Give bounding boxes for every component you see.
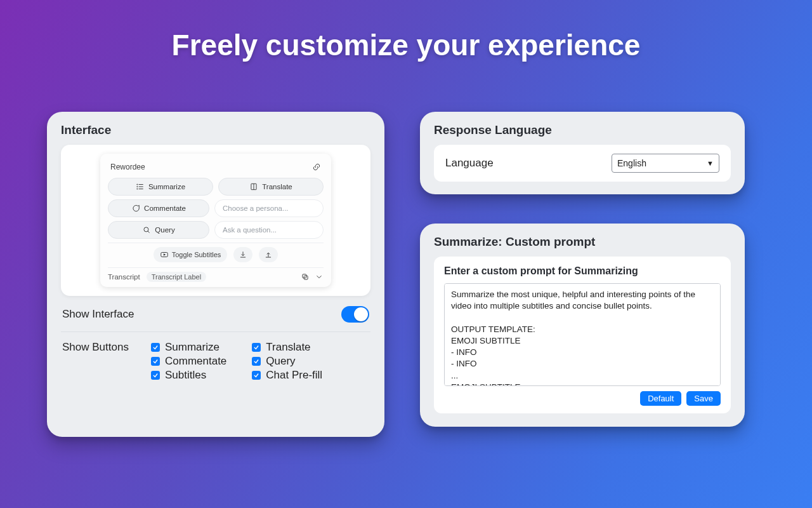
checkbox-query-label: Query xyxy=(266,355,295,368)
preview-commentate-label: Commentate xyxy=(144,204,186,212)
preview-commentate-button[interactable]: Commentate xyxy=(108,199,209,217)
preview-query-label: Query xyxy=(155,226,174,234)
preview-toggle-subtitles-button[interactable]: Toggle Subtitles xyxy=(154,247,228,262)
download-icon xyxy=(239,250,247,259)
preview-ask-input[interactable]: Ask a question... xyxy=(214,221,324,239)
svg-line-9 xyxy=(148,231,150,233)
svg-point-8 xyxy=(144,227,148,232)
checkbox-chat-prefill-label: Chat Pre-fill xyxy=(266,369,322,382)
list-icon xyxy=(136,182,145,191)
checkbox-subtitles-label: Subtitles xyxy=(165,369,206,382)
preview-query-button[interactable]: Query xyxy=(108,221,209,239)
checkbox-subtitles[interactable]: Subtitles xyxy=(151,369,226,382)
show-interface-label: Show Interface xyxy=(62,308,134,321)
interface-panel: Interface Rewordee Summarize Translate xyxy=(47,112,384,437)
checkbox-summarize[interactable]: Summarize xyxy=(151,341,226,354)
preview-translate-button[interactable]: Translate xyxy=(218,178,324,196)
summarize-prompt-textarea[interactable]: Summarize the most unique, helpful and i… xyxy=(444,283,721,386)
language-label: Language xyxy=(445,157,494,170)
svg-point-5 xyxy=(137,189,138,189)
checkbox-chat-prefill[interactable]: Chat Pre-fill xyxy=(252,369,322,382)
default-button[interactable]: Default xyxy=(640,391,681,406)
show-buttons-label: Show Buttons xyxy=(62,341,151,354)
preview-persona-input[interactable]: Choose a persona... xyxy=(214,199,324,217)
preview-translate-label: Translate xyxy=(262,183,292,190)
preview-transcript-label: Transcript xyxy=(108,273,140,281)
preview-persona-placeholder: Choose a persona... xyxy=(223,204,289,212)
upload-icon xyxy=(264,250,273,259)
preview-transcript-chip[interactable]: Transcript Label xyxy=(147,272,206,282)
save-button[interactable]: Save xyxy=(686,391,721,406)
preview-download-button[interactable] xyxy=(233,247,252,262)
interface-preview-container: Rewordee Summarize Translate Comm xyxy=(61,145,370,296)
response-language-panel: Response Language Language English ▼ xyxy=(420,112,745,194)
chevron-down-icon[interactable] xyxy=(315,272,324,281)
checkbox-commentate-label: Commentate xyxy=(165,355,226,368)
preview-app-name: Rewordee xyxy=(110,163,145,171)
checkbox-translate[interactable]: Translate xyxy=(252,341,322,354)
divider xyxy=(61,331,370,332)
link-icon xyxy=(312,163,321,171)
checkbox-translate-label: Translate xyxy=(266,341,310,354)
svg-point-3 xyxy=(137,184,138,185)
summarize-prompt-panel: Summarize: Custom prompt Enter a custom … xyxy=(420,224,745,427)
svg-point-4 xyxy=(137,186,138,187)
interface-preview: Rewordee Summarize Translate Comm xyxy=(100,154,331,287)
interface-heading: Interface xyxy=(61,123,370,137)
checkbox-summarize-label: Summarize xyxy=(165,341,219,354)
language-select-value: English xyxy=(617,158,646,168)
search-icon xyxy=(142,225,151,234)
play-rect-icon xyxy=(160,250,169,259)
checkbox-commentate[interactable]: Commentate xyxy=(151,355,226,368)
book-icon xyxy=(249,182,258,191)
preview-ask-placeholder: Ask a question... xyxy=(223,226,277,234)
svg-marker-11 xyxy=(163,253,166,256)
caret-down-icon: ▼ xyxy=(707,159,714,167)
response-language-heading: Response Language xyxy=(434,123,731,137)
show-interface-toggle[interactable] xyxy=(341,306,369,323)
checkbox-query[interactable]: Query xyxy=(252,355,322,368)
language-select[interactable]: English ▼ xyxy=(612,154,719,173)
chat-icon xyxy=(131,204,140,213)
preview-summarize-label: Summarize xyxy=(148,183,185,190)
preview-upload-button[interactable] xyxy=(259,247,278,262)
summarize-subtitle: Enter a custom prompt for Summarizing xyxy=(444,265,721,277)
summarize-heading: Summarize: Custom prompt xyxy=(434,235,731,249)
preview-summarize-button[interactable]: Summarize xyxy=(108,178,213,196)
copy-icon[interactable] xyxy=(301,272,310,281)
preview-toggle-subtitles-label: Toggle Subtitles xyxy=(172,251,221,258)
page-title: Freely customize your experience xyxy=(0,0,812,62)
